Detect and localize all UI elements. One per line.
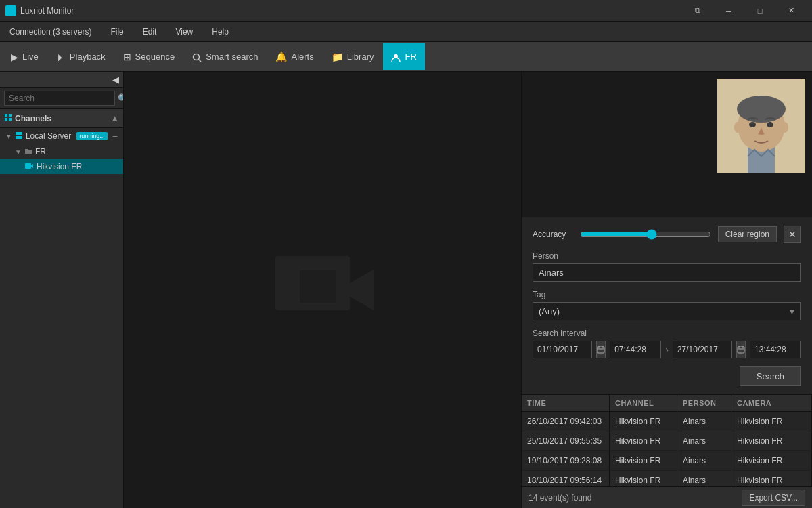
collapse-sidebar-button[interactable]: ◀ [0,72,123,88]
cell-channel: Hikvision FR [610,431,677,450]
search-icon[interactable]: 🔍 [118,93,124,104]
search-interval-label: Search interval [533,329,801,338]
cell-camera: Hikvision FR [731,431,812,450]
column-person: PERSON [677,395,731,411]
calendar-from-button[interactable] [596,341,606,358]
svg-rect-3 [5,114,7,117]
toolbar: ▶ Live ⏵ Playback ⊞ Sequence Smart searc… [0,42,812,72]
local-server-label: Local Server [26,131,71,141]
close-region-button[interactable]: ✕ [784,226,801,243]
cell-camera: Hikvision FR [731,471,812,486]
sequence-button[interactable]: ⊞ Sequence [115,43,183,70]
maximize-button[interactable]: □ [744,0,775,22]
minimize-button[interactable]: ─ [713,0,744,22]
view-menu[interactable]: View [171,26,197,38]
cell-camera: Hikvision FR [731,451,812,470]
cell-channel: Hikvision FR [610,471,677,486]
library-button[interactable]: 📁 Library [323,43,382,70]
events-count: 14 event(s) found [528,493,591,503]
cell-person: Ainars [677,431,731,450]
smart-search-icon [192,51,202,62]
table-row[interactable]: 25/10/2017 09:55:35 Hikvision FR Ainars … [522,431,812,451]
right-panel: Accuracy Clear region ✕ Person Tag (Any)… [521,72,812,508]
export-csv-button[interactable]: Export CSV... [742,490,805,506]
clear-region-button[interactable]: Clear region [718,226,777,242]
time-to-input[interactable] [750,341,801,358]
accuracy-label: Accuracy [533,230,573,239]
calendar-to-button[interactable] [736,341,746,358]
folder-expand-icon: ▼ [15,148,22,156]
server-icon [15,131,23,142]
interval-arrow: › [665,344,669,355]
window-controls: ⧉ ─ □ ✕ [682,0,807,22]
sequence-icon: ⊞ [123,51,131,62]
channels-label: Channels [15,114,51,123]
alerts-button[interactable]: 🔔 Alerts [267,43,321,70]
search-button[interactable]: Search [740,366,801,386]
svg-rect-4 [9,114,12,117]
cell-channel: Hikvision FR [610,412,677,431]
channels-section-header: Channels ▲ [0,109,123,128]
cell-channel: Hikvision FR [610,451,677,470]
connection-menu[interactable]: Connection (3 servers) [5,26,95,38]
camera-icon [24,162,34,171]
cell-time: 19/10/2017 09:28:08 [522,451,610,470]
close-button[interactable]: ✕ [775,0,807,22]
sidebar-item-local-server[interactable]: ▼ Local Server running... − [0,128,123,144]
column-camera: CAMERA [731,395,812,411]
svg-point-15 [737,96,786,123]
hikvision-fr-label: Hikvision FR [37,162,82,171]
cell-time: 18/10/2017 09:56:14 [522,471,610,486]
search-button-row: Search [533,366,801,386]
sidebar-search-bar: 🔍 [0,88,123,109]
edit-menu[interactable]: Edit [139,26,161,38]
tag-select[interactable]: (Any) Tagged Untagged [533,302,801,320]
svg-rect-6 [9,118,12,121]
face-preview [522,72,812,217]
person-input[interactable] [533,263,801,282]
column-time: TIME [522,395,610,411]
date-from-input[interactable] [533,341,592,358]
tag-select-wrapper: (Any) Tagged Untagged ▼ [533,302,801,320]
library-icon: 📁 [332,51,343,62]
server-status-badge: running... [76,132,108,140]
playback-icon: ⏵ [56,51,66,62]
playback-button[interactable]: ⏵ Playback [48,43,114,70]
folder-icon [24,147,32,156]
video-placeholder [124,72,521,508]
live-button[interactable]: ▶ Live [3,43,47,70]
person-label: Person [533,251,801,261]
table-row[interactable]: 19/10/2017 09:28:08 Hikvision FR Ainars … [522,451,812,471]
svg-point-0 [194,54,200,60]
alerts-icon: 🔔 [275,51,287,62]
svg-point-16 [749,122,756,127]
table-body: 26/10/2017 09:42:03 Hikvision FR Ainars … [522,412,812,486]
search-input[interactable] [4,91,115,106]
channels-collapse-icon[interactable]: ▲ [110,113,119,123]
svg-point-17 [767,122,773,127]
table-row[interactable]: 26/10/2017 09:42:03 Hikvision FR Ainars … [522,412,812,431]
fr-button[interactable]: FR [383,43,424,70]
titlebar: Luxriot Monitor ⧉ ─ □ ✕ [0,0,812,22]
accuracy-slider[interactable] [580,229,711,240]
fr-icon [391,51,401,62]
table-row[interactable]: 18/10/2017 09:56:14 Hikvision FR Ainars … [522,471,812,486]
main-layout: ◀ 🔍 Channels ▲ ▼ [0,72,812,508]
sidebar-item-fr-folder[interactable]: ▼ FR [0,144,123,159]
person-field-group: Person [533,251,801,282]
app-title: Luxriot Monitor [20,6,682,16]
svg-point-19 [782,122,788,133]
cell-person: Ainars [677,412,731,431]
date-to-input[interactable] [673,341,732,358]
restore-button[interactable]: ⧉ [682,0,713,22]
file-menu[interactable]: File [106,26,127,38]
channels-icon [4,113,12,123]
smart-search-button[interactable]: Smart search [184,43,266,70]
sidebar-item-hikvision-fr[interactable]: Hikvision FR [0,159,123,174]
face-image [717,79,805,173]
server-collapse-button[interactable]: − [112,131,118,142]
time-from-input[interactable] [610,341,661,358]
cell-time: 26/10/2017 09:42:03 [522,412,610,431]
controls-area: Accuracy Clear region ✕ Person Tag (Any)… [522,217,812,394]
help-menu[interactable]: Help [208,26,233,38]
